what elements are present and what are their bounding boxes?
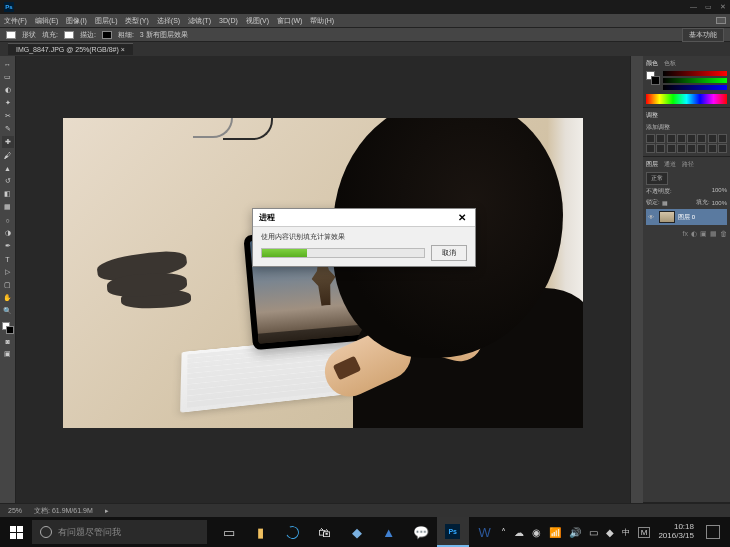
lasso-tool-icon[interactable]: ◐ xyxy=(2,84,14,96)
layer-row[interactable]: 👁 图层 0 xyxy=(646,209,727,225)
tray-cloud-icon[interactable]: ☁ xyxy=(514,527,524,538)
taskbar-clock[interactable]: 10:18 2016/3/15 xyxy=(658,523,694,541)
layer-thumbnail[interactable] xyxy=(659,211,675,223)
healing-tool-icon[interactable]: ✚ xyxy=(2,136,14,148)
app-icon-2[interactable]: ▲ xyxy=(373,517,405,547)
collapsed-panel-strip[interactable] xyxy=(631,56,643,503)
minimize-button[interactable]: — xyxy=(690,3,697,11)
mask-mode-icon[interactable]: ◙ xyxy=(2,335,14,347)
adj-icon[interactable] xyxy=(677,144,686,153)
adj-icon[interactable] xyxy=(697,134,706,143)
brush-tool-icon[interactable]: 🖌 xyxy=(2,149,14,161)
lock-icon[interactable]: ▦ xyxy=(662,199,668,206)
tool-preset[interactable] xyxy=(6,31,16,39)
stamp-tool-icon[interactable]: ▲ xyxy=(2,162,14,174)
dialog-titlebar[interactable]: 进程 ✕ xyxy=(253,209,475,227)
tray-volume-icon[interactable]: 🔊 xyxy=(569,527,581,538)
tray-app-icon[interactable]: ◆ xyxy=(606,527,614,538)
blend-mode-select[interactable]: 正常 xyxy=(646,172,668,185)
status-arrow-icon[interactable]: ▸ xyxy=(105,507,109,515)
menu-edit[interactable]: 编辑(E) xyxy=(35,16,58,26)
dialog-close-button[interactable]: ✕ xyxy=(455,212,469,223)
tab-paths[interactable]: 路径 xyxy=(682,160,694,169)
gradient-tool-icon[interactable]: ▦ xyxy=(2,201,14,213)
slider-r[interactable] xyxy=(663,71,727,76)
new-layer-icon[interactable]: ▦ xyxy=(710,230,717,238)
menu-file[interactable]: 文件(F) xyxy=(4,16,27,26)
doc-info[interactable]: 文档: 61.9M/61.9M xyxy=(34,506,93,516)
ime-lang[interactable]: 中 xyxy=(622,527,630,538)
app-icon[interactable]: ◆ xyxy=(341,517,373,547)
adj-icon[interactable] xyxy=(687,144,696,153)
photoshop-task-icon[interactable]: Ps xyxy=(437,517,469,547)
opt-shape[interactable]: 形状 xyxy=(22,30,36,40)
menu-window[interactable]: 窗口(W) xyxy=(277,16,302,26)
adj-icon[interactable] xyxy=(687,134,696,143)
menu-layer[interactable]: 图层(L) xyxy=(95,16,118,26)
fill-value[interactable]: 100% xyxy=(712,200,727,206)
layer-name[interactable]: 图层 0 xyxy=(678,213,695,222)
menu-type[interactable]: 类型(Y) xyxy=(125,16,148,26)
eraser-tool-icon[interactable]: ◧ xyxy=(2,188,14,200)
mask-icon[interactable]: ◐ xyxy=(691,230,697,238)
tab-channels[interactable]: 通道 xyxy=(664,160,676,169)
slider-b[interactable] xyxy=(663,85,727,90)
dodge-tool-icon[interactable]: ◑ xyxy=(2,227,14,239)
start-button[interactable] xyxy=(4,517,30,547)
word-icon[interactable]: W xyxy=(469,517,501,547)
menu-image[interactable]: 图像(I) xyxy=(66,16,87,26)
arrange-button[interactable] xyxy=(716,17,726,24)
rgb-sliders[interactable] xyxy=(663,71,727,92)
adj-icon[interactable] xyxy=(667,144,676,153)
fx-icon[interactable]: fx xyxy=(683,230,688,238)
shape-tool-icon[interactable]: ▢ xyxy=(2,279,14,291)
adj-icon[interactable] xyxy=(646,134,655,143)
blur-tool-icon[interactable]: ○ xyxy=(2,214,14,226)
close-button[interactable]: ✕ xyxy=(720,3,726,11)
eyedropper-tool-icon[interactable]: ✎ xyxy=(2,123,14,135)
tab-color[interactable]: 颜色 xyxy=(646,59,658,68)
dialog-cancel-button[interactable]: 取消 xyxy=(431,245,467,261)
marquee-tool-icon[interactable]: ▭ xyxy=(2,71,14,83)
task-view-icon[interactable]: ▭ xyxy=(213,517,245,547)
zoom-tool-icon[interactable]: 🔍 xyxy=(2,305,14,317)
menu-help[interactable]: 帮助(H) xyxy=(310,16,334,26)
maximize-button[interactable]: ▭ xyxy=(705,3,712,11)
canvas-area[interactable]: 炽热狙击 进程 ✕ 使用内容识别填充计算效果 xyxy=(16,56,630,503)
delete-icon[interactable]: 🗑 xyxy=(720,230,727,238)
zoom-level[interactable]: 25% xyxy=(8,507,22,514)
history-tool-icon[interactable]: ↺ xyxy=(2,175,14,187)
menu-filter[interactable]: 滤镜(T) xyxy=(188,16,211,26)
menu-select[interactable]: 选择(S) xyxy=(157,16,180,26)
tab-swatches[interactable]: 色板 xyxy=(664,59,676,68)
tab-layers[interactable]: 图层 xyxy=(646,160,658,169)
document-tab[interactable]: IMG_8847.JPG @ 25%(RGB/8#) × xyxy=(8,43,133,55)
slider-g[interactable] xyxy=(663,78,727,83)
action-center-icon[interactable] xyxy=(706,525,720,539)
color-tool[interactable] xyxy=(2,322,14,334)
folder-icon[interactable]: ▣ xyxy=(700,230,707,238)
hand-tool-icon[interactable]: ✋ xyxy=(2,292,14,304)
adj-icon[interactable] xyxy=(656,144,665,153)
wand-tool-icon[interactable]: ✦ xyxy=(2,97,14,109)
adj-icon[interactable] xyxy=(718,144,727,153)
color-spectrum[interactable] xyxy=(646,94,727,104)
opt-fill-swatch[interactable] xyxy=(64,31,74,39)
opt-stroke-swatch[interactable] xyxy=(102,31,112,39)
edge-icon[interactable] xyxy=(277,517,309,547)
menu-view[interactable]: 视图(V) xyxy=(246,16,269,26)
visibility-icon[interactable]: 👁 xyxy=(648,214,656,220)
screen-mode-icon[interactable]: ▣ xyxy=(2,348,14,360)
workspace-switcher[interactable]: 基本功能 xyxy=(682,28,724,42)
opacity-value[interactable]: 100% xyxy=(712,187,727,196)
tray-battery-icon[interactable]: ▭ xyxy=(589,527,598,538)
type-tool-icon[interactable]: T xyxy=(2,253,14,265)
move-tool-icon[interactable]: ↔ xyxy=(2,58,14,70)
adj-icon[interactable] xyxy=(667,134,676,143)
adj-icon[interactable] xyxy=(677,134,686,143)
adj-icon[interactable] xyxy=(646,144,655,153)
store-icon[interactable]: 🛍 xyxy=(309,517,341,547)
path-tool-icon[interactable]: ▷ xyxy=(2,266,14,278)
tab-adjust[interactable]: 调整 xyxy=(646,111,658,120)
tray-shield-icon[interactable]: ◉ xyxy=(532,527,541,538)
